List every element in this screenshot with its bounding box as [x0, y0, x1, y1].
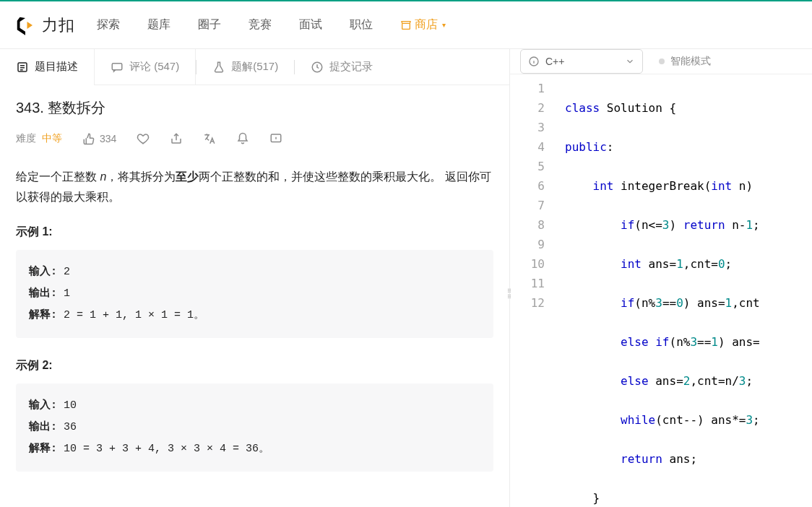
- bell-icon[interactable]: [236, 132, 249, 145]
- tab-solutions-label: 题解(517): [231, 60, 278, 74]
- caret-down-icon: ▾: [442, 21, 446, 29]
- mode-indicator-icon: [659, 58, 665, 64]
- heart-icon[interactable]: [137, 132, 150, 145]
- problem-tabs: 题目描述 评论 (547) 题解(517) 提交记录: [0, 49, 509, 85]
- share-icon[interactable]: [170, 132, 183, 145]
- code-editor[interactable]: 123456789101112 class Solution { public:…: [510, 74, 812, 507]
- example-2-title: 示例 2:: [16, 358, 493, 373]
- code-area[interactable]: class Solution { public: int integerBrea…: [556, 74, 812, 507]
- nav-shop[interactable]: 商店 ▾: [400, 17, 446, 32]
- problem-body: 343. 整数拆分 难度 中等 334 给定一个正整数 n，将其拆分为至少两个正…: [0, 85, 509, 507]
- problem-meta: 难度 中等 334: [16, 132, 493, 145]
- likes[interactable]: 334: [82, 132, 116, 145]
- editor-toolbar: C++ 智能模式: [510, 49, 812, 74]
- likes-count: 334: [100, 133, 116, 144]
- description-icon: [16, 61, 29, 74]
- language-label: C++: [545, 56, 564, 67]
- nav-interview[interactable]: 面试: [299, 17, 322, 32]
- history-icon: [311, 61, 324, 74]
- example-2: 输入: 10 输出: 36 解释: 10 = 3 + 3 + 4, 3 × 3 …: [16, 384, 493, 472]
- shop-label: 商店: [415, 17, 438, 32]
- nav-contest[interactable]: 竞赛: [249, 17, 272, 32]
- tab-description-label: 题目描述: [35, 60, 78, 74]
- svg-rect-0: [402, 23, 410, 29]
- problem-description: 给定一个正整数 n，将其拆分为至少两个正整数的和，并使这些整数的乘积最大化。 返…: [16, 167, 493, 207]
- tab-submissions-label: 提交记录: [329, 60, 373, 74]
- logo[interactable]: 力扣: [14, 14, 75, 36]
- info-icon: [528, 56, 540, 67]
- example-1-title: 示例 1:: [16, 225, 493, 240]
- chevron-down-icon: [625, 56, 635, 66]
- nav-jobs[interactable]: 职位: [350, 17, 373, 32]
- comments-icon: [111, 61, 124, 74]
- editor-pane: C++ 智能模式 123456789101112 class Solution …: [510, 49, 812, 507]
- example-1: 输入: 2 输出: 1 解释: 2 = 1 + 1, 1 × 1 = 1。: [16, 250, 493, 338]
- nav-discuss[interactable]: 圈子: [198, 17, 221, 32]
- feedback-icon[interactable]: [269, 132, 282, 145]
- logo-icon: [14, 14, 36, 36]
- problem-title: 343. 整数拆分: [16, 98, 493, 118]
- nav-explore[interactable]: 探索: [97, 17, 120, 32]
- thumbs-up-icon: [82, 132, 95, 145]
- line-gutter: 123456789101112: [510, 74, 556, 507]
- pane-resize-handle[interactable]: ⠿⠿: [507, 289, 512, 300]
- flask-icon: [212, 61, 225, 74]
- brand-name: 力扣: [42, 14, 75, 36]
- top-nav: 力扣 探索 题库 圈子 竞赛 面试 职位 商店 ▾: [0, 1, 812, 49]
- tab-comments-label: 评论 (547): [129, 60, 179, 74]
- tab-description[interactable]: 题目描述: [0, 49, 94, 85]
- translate-icon[interactable]: [203, 132, 216, 145]
- tab-solutions[interactable]: 题解(517): [196, 49, 294, 85]
- shop-icon: [400, 20, 412, 31]
- tab-comments[interactable]: 评论 (547): [94, 49, 196, 85]
- editor-mode[interactable]: 智能模式: [659, 55, 711, 68]
- difficulty: 难度 中等: [16, 132, 62, 145]
- language-select[interactable]: C++: [520, 49, 643, 74]
- mode-label: 智能模式: [670, 55, 711, 68]
- workspace: 题目描述 评论 (547) 题解(517) 提交记录 343. 整数拆分 难度: [0, 49, 812, 507]
- svg-rect-2: [112, 63, 122, 69]
- left-pane: 题目描述 评论 (547) 题解(517) 提交记录 343. 整数拆分 难度: [0, 49, 510, 507]
- nav-problemset[interactable]: 题库: [147, 17, 170, 32]
- tab-submissions[interactable]: 提交记录: [295, 49, 389, 85]
